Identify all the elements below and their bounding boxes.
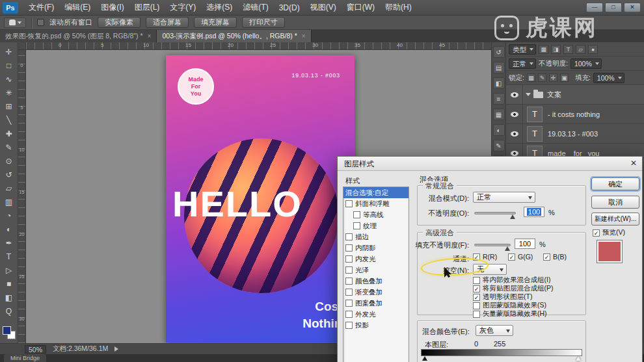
healing-brush-tool[interactable]: ✚	[1, 127, 17, 140]
menu-help[interactable]: 帮助(H)	[380, 0, 417, 16]
knockout-select[interactable]: 无	[473, 264, 507, 275]
style-item-bevel-emboss[interactable]: 斜面和浮雕	[343, 198, 409, 209]
visibility-cell[interactable]	[506, 105, 523, 123]
style-checkbox[interactable]	[345, 278, 353, 285]
style-checkbox[interactable]	[345, 244, 353, 252]
dodge-tool[interactable]: ◐	[1, 222, 17, 236]
fit-screen-button[interactable]: 适合屏幕	[146, 17, 189, 28]
tab-close-icon[interactable]: ×	[148, 32, 152, 40]
filter-pixel-layers-icon[interactable]: ▦	[539, 45, 548, 54]
blend-mode-dropdown[interactable]: 正常	[509, 58, 536, 69]
shape-tool[interactable]: ■	[1, 277, 17, 291]
menu-type[interactable]: 文字(Y)	[165, 0, 201, 16]
layer-filter-dropdown[interactable]: 类型	[509, 44, 536, 55]
style-checkbox[interactable]	[345, 200, 353, 207]
fill-opacity-value-field[interactable]: 100	[515, 239, 535, 249]
style-checkbox[interactable]	[345, 289, 353, 296]
style-checkbox[interactable]	[345, 255, 353, 263]
layer-group-row[interactable]: 文案	[506, 85, 644, 105]
blend-mode-select[interactable]: 正常	[473, 192, 535, 203]
style-item-color-overlay[interactable]: 颜色叠加	[343, 276, 409, 287]
mini-bridge-tab[interactable]: Mini Bridge	[4, 354, 46, 362]
transparency-shapes-layer-checkbox[interactable]: ✓透明形状图层(T)	[473, 292, 532, 302]
vector-mask-hides-effects-checkbox[interactable]: 矢量蒙版隐藏效果(H)	[473, 309, 547, 318]
menu-3d[interactable]: 3D(D)	[274, 1, 305, 15]
style-item-outer-glow[interactable]: 外发光	[343, 309, 409, 320]
fill-opacity-slider-thumb[interactable]	[505, 246, 510, 251]
visibility-cell[interactable]	[506, 85, 523, 104]
hand-tool-preset-icon[interactable]	[4, 18, 26, 28]
minimize-button[interactable]: —	[586, 3, 603, 12]
pen-tool[interactable]: ✒	[1, 236, 17, 250]
black-slider-thumb[interactable]	[422, 356, 427, 361]
zoom-tool[interactable]: Q	[1, 304, 17, 318]
lock-pixels-icon[interactable]: ✎	[538, 73, 546, 82]
style-item-stroke[interactable]: 描边	[343, 231, 409, 242]
opacity-value-field[interactable]: 100	[524, 207, 544, 217]
style-checkbox[interactable]	[345, 322, 353, 329]
preview-checkbox[interactable]: ✓预览(V)	[593, 228, 625, 237]
filter-shape-layers-icon[interactable]: ▱	[576, 45, 585, 54]
blend-clipped-layers-checkbox[interactable]: ✓将剪贴图层混合成组(P)	[473, 284, 554, 293]
style-checkbox[interactable]	[345, 311, 353, 318]
eyedropper-tool[interactable]: ╲	[1, 113, 17, 127]
filter-smart-objects-icon[interactable]: ●	[588, 45, 598, 54]
blur-tool[interactable]: ◔	[1, 209, 17, 222]
clone-stamp-tool[interactable]: ⊙	[1, 154, 17, 168]
blend-interior-effects-checkbox[interactable]: 将内部效果混合成组(I)	[473, 276, 550, 285]
marquee-tool[interactable]: □	[1, 58, 17, 72]
gradient-tool[interactable]: ▥	[1, 195, 17, 209]
style-checkbox[interactable]	[345, 300, 353, 307]
fill-screen-button[interactable]: 填充屏幕	[194, 17, 237, 28]
type-tool[interactable]: T	[1, 250, 17, 263]
poster-artwork[interactable]: Made For You 19.03.13 - #003 HELLO It Co…	[166, 55, 355, 343]
document-tab-1[interactable]: 效果图-恢复的.psd @ 50% (图层 8, RGB/8") * ×	[0, 30, 157, 42]
fill-value-dropdown[interactable]: 100%	[593, 73, 624, 83]
lasso-tool[interactable]: ∿	[1, 72, 17, 86]
quick-selection-tool[interactable]: ✳	[1, 86, 17, 99]
style-checkbox[interactable]	[345, 233, 353, 240]
adjustments-panel-icon[interactable]: ◧	[493, 77, 505, 89]
properties-panel-icon[interactable]: ≡	[493, 93, 505, 105]
hand-tool[interactable]: ◧	[1, 291, 17, 304]
style-item-texture[interactable]: 纹理	[343, 220, 409, 231]
color-panel-icon[interactable]: ◐	[493, 124, 505, 136]
close-button[interactable]: ✕	[624, 3, 641, 12]
channel-b-checkbox[interactable]: ✓B(B)	[543, 253, 567, 261]
history-panel-icon[interactable]: ↺	[493, 46, 505, 58]
text-layer-row[interactable]: T 19.03.13 - #003	[506, 124, 644, 144]
cancel-button[interactable]: 取消	[591, 196, 639, 209]
ok-button[interactable]: 确定	[591, 177, 639, 190]
style-item-contour[interactable]: 等高线	[343, 209, 409, 220]
maximize-button[interactable]: □	[605, 3, 622, 12]
menu-view[interactable]: 视图(V)	[305, 0, 342, 16]
blend-if-select[interactable]: 灰色	[476, 325, 513, 336]
eraser-tool[interactable]: ▱	[1, 181, 17, 195]
actual-pixels-button[interactable]: 实际像素	[98, 17, 141, 28]
info-panel-icon[interactable]: ▦	[493, 109, 505, 120]
menu-image[interactable]: 图像(I)	[96, 0, 129, 16]
menu-layer[interactable]: 图层(L)	[129, 0, 165, 16]
history-brush-tool[interactable]: ↺	[1, 168, 17, 181]
print-size-button[interactable]: 打印尺寸	[242, 17, 285, 28]
opacity-value-dropdown[interactable]: 100%	[570, 58, 602, 69]
expander-icon[interactable]	[526, 93, 531, 96]
fill-opacity-slider[interactable]	[474, 244, 511, 246]
lock-all-icon[interactable]: ▣	[560, 73, 569, 82]
menu-select[interactable]: 选择(S)	[201, 0, 237, 16]
dialog-close-icon[interactable]: ✕	[630, 159, 637, 168]
style-item-satin[interactable]: 光泽	[343, 265, 409, 276]
style-item-inner-shadow[interactable]: 内阴影	[343, 242, 409, 253]
visibility-cell[interactable]	[506, 124, 523, 143]
text-layer-row[interactable]: T - it costs nothing	[506, 105, 644, 124]
lock-position-icon[interactable]: ✛	[549, 73, 557, 82]
channel-g-checkbox[interactable]: ✓G(G)	[508, 253, 533, 261]
menu-edit[interactable]: 编辑(E)	[59, 0, 96, 16]
menu-file[interactable]: 文件(F)	[23, 0, 59, 16]
lock-transparency-icon[interactable]: ▦	[527, 73, 535, 82]
style-checkbox[interactable]	[353, 211, 360, 218]
path-selection-tool[interactable]: ▷	[1, 263, 17, 277]
layer-mask-hides-effects-checkbox[interactable]: 图层蒙版隐藏效果(S)	[473, 301, 546, 310]
filter-type-layers-icon[interactable]: T	[563, 45, 573, 54]
menu-window[interactable]: 窗口(W)	[342, 0, 380, 16]
